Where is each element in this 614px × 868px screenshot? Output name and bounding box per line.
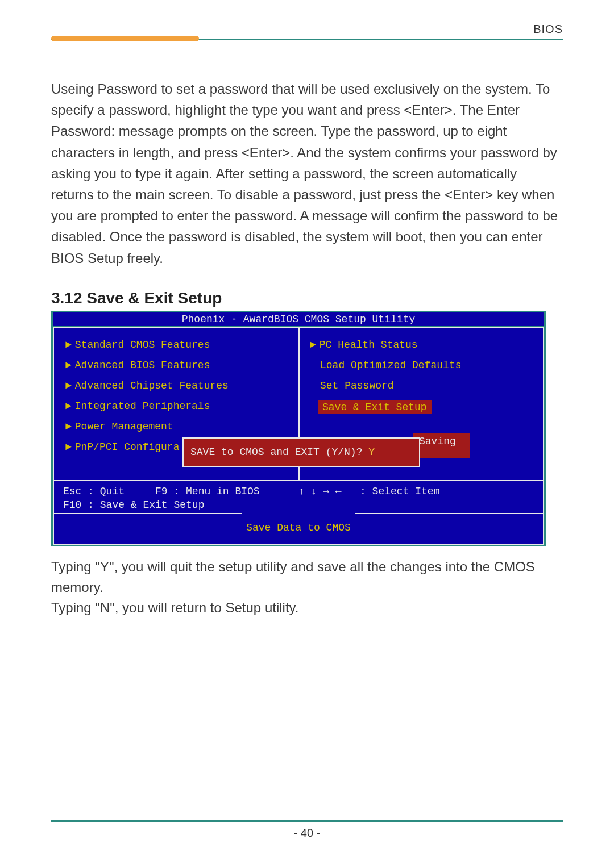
bios-title-bar: Phoenix - AwardBIOS CMOS Setup Utility — [53, 312, 544, 327]
menu-label: Advanced Chipset Features — [75, 380, 229, 391]
key-hints-left: Esc : Quit F9 : Menu in BIOS F10 : Save … — [63, 485, 298, 512]
bios-bottom-command: Save Data to CMOS — [54, 514, 543, 544]
menu-label: PC Health Status — [320, 339, 418, 350]
bios-key-hints: Esc : Quit F9 : Menu in BIOS F10 : Save … — [54, 481, 543, 514]
footer-divider — [51, 820, 563, 822]
password-paragraph: Useing Password to set a password that w… — [51, 78, 563, 269]
bios-divider-2 — [54, 513, 543, 514]
header-accent-bar — [51, 36, 199, 41]
menu-item-load-defaults[interactable]: Load Optimized Defaults — [320, 360, 534, 371]
menu-label: Load Optimized Defaults — [320, 360, 461, 371]
dialog-answer: Y — [368, 446, 375, 458]
menu-item-power-management[interactable]: ►Power Management — [65, 421, 289, 432]
saving-status-label: Saving — [413, 433, 470, 458]
triangle-right-icon: ► — [65, 400, 72, 412]
save-confirm-dialog[interactable]: SAVE to CMOS and EXIT (Y/N)? Y — [182, 437, 420, 467]
menu-label: Power Management — [75, 421, 173, 432]
menu-item-pc-health[interactable]: ►PC Health Status — [310, 339, 534, 350]
menu-label: Set Password — [320, 380, 394, 391]
bios-screenshot: Phoenix - AwardBIOS CMOS Setup Utility ►… — [51, 311, 546, 547]
bios-inner-frame: ►Standard CMOS Features ►Advanced BIOS F… — [53, 327, 544, 545]
menu-label: Standard CMOS Features — [75, 339, 210, 350]
page-number: - 40 - — [294, 827, 321, 839]
triangle-right-icon: ► — [65, 380, 72, 391]
triangle-right-icon: ► — [65, 421, 72, 432]
triangle-right-icon: ► — [310, 339, 316, 350]
typing-n-line: Typing "N", you will return to Setup uti… — [51, 598, 563, 618]
menu-label: Advanced BIOS Features — [75, 360, 210, 371]
menu-item-standard-cmos[interactable]: ►Standard CMOS Features — [65, 339, 289, 350]
triangle-right-icon: ► — [65, 360, 72, 371]
triangle-right-icon: ► — [65, 339, 72, 350]
triangle-right-icon: ► — [65, 441, 72, 453]
page-footer: - 40 - — [51, 820, 563, 840]
dialog-prompt: SAVE to CMOS and EXIT (Y/N)? — [190, 446, 368, 458]
menu-label: PnP/PCI Configura — [75, 441, 180, 453]
page: BIOS Useing Password to set a password t… — [0, 0, 614, 868]
menu-item-advanced-chipset[interactable]: ►Advanced Chipset Features — [65, 380, 289, 391]
menu-item-advanced-bios[interactable]: ►Advanced BIOS Features — [65, 360, 289, 371]
menu-item-integrated-peripherals[interactable]: ►Integrated Peripherals — [65, 400, 289, 412]
menu-label: Integrated Peripherals — [75, 400, 210, 412]
key-hints-right: ↑ ↓ → ← : Select Item — [298, 485, 534, 512]
menu-label-selected: Save & Exit Setup — [318, 400, 432, 414]
bios-menu-columns: ►Standard CMOS Features ►Advanced BIOS F… — [54, 328, 543, 480]
menu-item-save-exit[interactable]: Save & Exit Setup — [310, 400, 534, 423]
menu-item-set-password[interactable]: Set Password — [320, 380, 534, 391]
post-bios-text: Typing "Y", you will quit the setup util… — [51, 557, 563, 618]
divider-notch — [242, 511, 355, 516]
header-section-label: BIOS — [533, 23, 563, 36]
typing-y-line: Typing "Y", you will quit the setup util… — [51, 557, 563, 598]
page-header: BIOS — [51, 34, 563, 55]
section-heading-save-exit: 3.12 Save & Exit Setup — [51, 289, 563, 307]
